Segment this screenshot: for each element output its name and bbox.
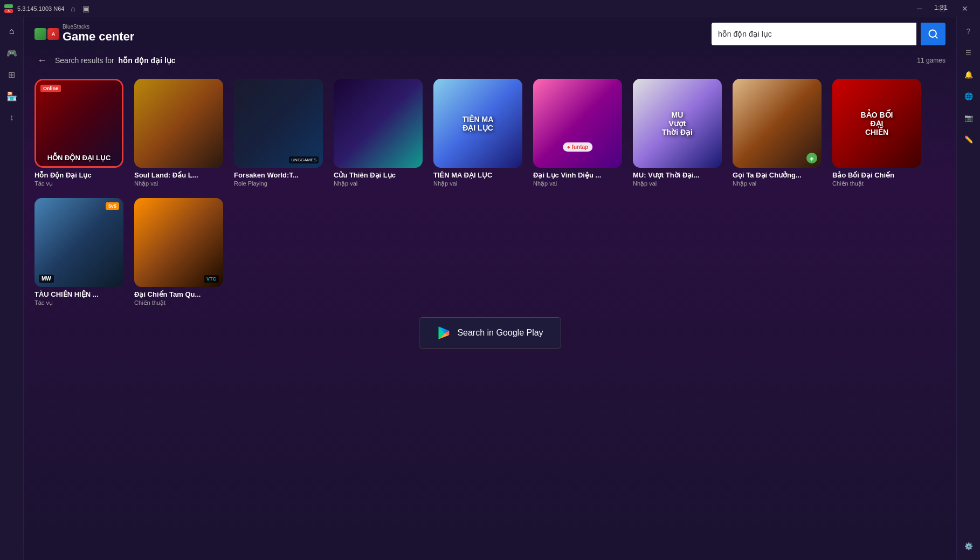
window-icon[interactable]: ▣ [81,4,90,13]
game-title: MU: Vượt Thời Đại... [633,171,722,179]
game-card-goi-ta[interactable]: ◈Gọi Ta Đại Chưởng...Nhập vai [733,79,822,187]
games-count: 11 games [917,57,946,64]
game-genre: Nhập vai [433,180,522,187]
game-title: Hỗn Độn Đại Lục [34,171,123,179]
game-card-hon-don[interactable]: OnlineHỖN ĐỘN ĐẠI LỤCHỗn Độn Đại LụcTác … [34,79,123,187]
game-title: TÀU CHIẾN HIỆN ... [34,290,123,298]
game-card-dai-chien-tam-qu[interactable]: VTCĐại Chiến Tam Qu...Chiến thuật [134,198,223,306]
sidebar-store-icon[interactable]: 🏪 [2,86,22,106]
game-title: Gọi Ta Đại Chưởng... [733,171,822,179]
game-card-bao-boi[interactable]: BẢO BỐI ĐẠI CHIẾNBảo Bối Đại ChiếnChiến … [832,79,921,187]
vtc-badge: VTC [204,275,219,283]
game-genre: Nhập vai [334,180,423,187]
sidebar-arrow-icon[interactable]: ↕ [2,108,22,127]
edit-icon[interactable]: ✏️ [959,129,978,149]
game-genre: Nhập vai [533,180,622,187]
google-play-label: Search in Google Play [457,328,543,338]
game-card-forsaken-world[interactable]: UNGGAMESForsaken World:T...Role Playing [234,79,323,187]
menu-icon[interactable]: ☰ [959,43,978,63]
game-thumb-dai-luc-vinh-dieu: ● funtap [533,79,622,168]
time-display: 1:31 [934,3,948,11]
search-area [712,23,946,45]
game-genre: Tác vụ [34,299,123,306]
game-genre: Chiến thuật [134,299,223,306]
help-icon[interactable]: ? [959,22,978,41]
play-store-icon [437,325,452,340]
back-button[interactable]: ← [34,53,50,68]
sub-header: ← Search results for hỗn độn đại lục 11 … [24,50,956,73]
game-title: TIÊN MA ĐẠI LỤC [433,171,522,179]
search-input[interactable] [718,30,910,38]
game-card-dai-luc-vinh-dieu[interactable]: ● funtapĐại Lục Vinh Diệu ...Nhập vai [533,79,622,187]
game-title: Soul Land: Đấu L... [134,171,223,179]
app-name-group: BlueStacks Game center [63,24,134,44]
game-genre: Chiến thuật [832,180,921,187]
brand-name: BlueStacks [63,24,134,30]
thumb-bottom-text: HỖN ĐỘN ĐẠI LỤC [36,149,122,166]
game-thumb-forsaken-world: UNGGAMES [234,79,323,168]
game-genre: Nhập vai [733,180,822,187]
game-title: Cửu Thiên Đại Lục [334,171,423,179]
sidebar-gamepad-icon[interactable]: 🎮 [2,43,22,63]
svg-line-1 [935,36,937,38]
game-thumb-tau-chien: 5v5MW [34,198,123,287]
search-button[interactable] [921,23,946,45]
game-card-cuu-thien[interactable]: Cửu Thiên Đại LụcNhập vai [334,79,423,187]
camera-icon[interactable]: 📷 [959,108,978,127]
header-left: A BlueStacks Game center [34,24,134,44]
game-title: Đại Lục Vinh Diệu ... [533,171,622,179]
thumb-center-text: TIÊN MA ĐẠI LỤC [457,110,499,138]
game-thumb-mu-vuot-thoi-dai: MU Vượt Thời Đại [633,79,722,168]
online-badge: Online [40,85,61,92]
game-thumb-cuu-thien [334,79,423,168]
games-container: OnlineHỖN ĐỘN ĐẠI LỤCHỗn Độn Đại LụcTác … [24,73,956,560]
game-thumb-bao-boi: BẢO BỐI ĐẠI CHIẾN [832,79,921,168]
minimize-button[interactable]: ─ [909,0,930,17]
globe-icon[interactable]: 🌐 [959,86,978,106]
games-grid: OnlineHỖN ĐỘN ĐẠI LỤCHỗn Độn Đại LụcTác … [34,79,946,306]
game-card-tien-ma[interactable]: TIÊN MA ĐẠI LỤCTIÊN MA ĐẠI LỤCNhập vai [433,79,522,187]
green-circle-badge: ◈ [806,153,817,163]
right-sidebar: ? ☰ 🔔 🌐 📷 ✏️ ⚙️ [956,17,980,560]
bluestacks-version: 5.3.145.1003 N64 [17,5,64,12]
search-results-label: Search results for hỗn độn đại lục [55,56,176,65]
thumb-center-text: MU Vượt Thời Đại [655,105,700,142]
funtap-badge: ● funtap [563,142,592,152]
app-logo-group: A BlueStacks Game center [34,24,134,44]
thumb-center-text: BẢO BỐI ĐẠI CHIẾN [854,105,899,142]
game-genre: Tác vụ [34,180,123,187]
settings-icon[interactable]: ⚙️ [959,536,978,556]
game-thumb-soul-land [134,79,223,168]
content-area: A BlueStacks Game center [24,17,956,560]
app-header: A BlueStacks Game center [24,17,956,50]
home-icon[interactable]: ⌂ [68,4,77,13]
game-thumb-hon-don: OnlineHỖN ĐỘN ĐẠI LỤC [34,79,123,168]
game-thumb-goi-ta: ◈ [733,79,822,168]
game-title: Bảo Bối Đại Chiến [832,171,921,179]
sidebar-home-icon[interactable]: ⌂ [2,22,22,41]
sidebar-apps-icon[interactable]: ⊞ [2,65,22,84]
fivevfive-badge: 5v5 [106,202,119,210]
title-bar-left: A 5.3.145.1003 N64 ⌂ ▣ [4,4,90,13]
title-bar: A 5.3.145.1003 N64 ⌂ ▣ ─ □ ✕ [0,0,980,17]
game-genre: Nhập vai [134,180,223,187]
game-card-tau-chien[interactable]: 5v5MWTÀU CHIẾN HIỆN ...Tác vụ [34,198,123,306]
notifications-icon[interactable]: 🔔 [959,65,978,84]
game-genre: Role Playing [234,180,323,187]
search-box [712,23,916,45]
close-button[interactable]: ✕ [954,0,976,17]
game-genre: Nhập vai [633,180,722,187]
bluestacks-logo: A 5.3.145.1003 N64 [4,4,64,13]
game-title: Đại Chiến Tam Qu... [134,290,223,298]
app-logo-icons: A [34,28,59,40]
game-center-title: Game center [63,30,134,44]
game-title: Forsaken World:T... [234,171,323,179]
game-card-mu-vuot-thoi-dai[interactable]: MU Vượt Thời ĐạiMU: Vượt Thời Đại...Nhập… [633,79,722,187]
game-thumb-tien-ma: TIÊN MA ĐẠI LỤC [433,79,522,168]
main-layout: ⌂ 🎮 ⊞ 🏪 ↕ A BlueStacks Game cente [0,17,980,560]
unggames-badge: UNGGAMES [289,156,319,163]
game-card-soul-land[interactable]: Soul Land: Đấu L...Nhập vai [134,79,223,187]
left-sidebar: ⌂ 🎮 ⊞ 🏪 ↕ [0,17,24,560]
google-play-button[interactable]: Search in Google Play [419,317,561,349]
mw-badge: MW [39,275,54,283]
